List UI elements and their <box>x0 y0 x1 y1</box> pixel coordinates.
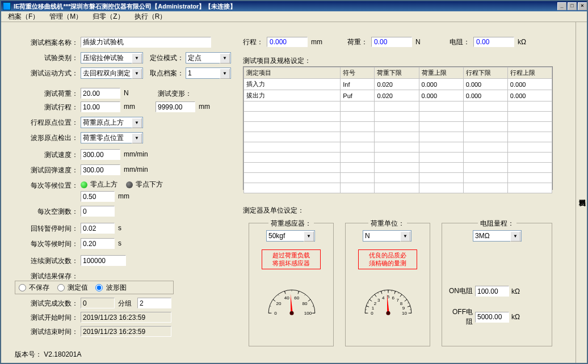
wait-unit: s <box>118 239 121 247</box>
origin-select[interactable]: 荷重原点上方 <box>81 117 143 128</box>
waitpos-opt-a[interactable]: 零点上方 <box>81 180 117 189</box>
on-resist-input[interactable] <box>475 286 509 297</box>
pos-mode-label: 定位模式： <box>148 53 184 63</box>
travel-label: 测试行程： <box>28 103 78 112</box>
svg-point-69 <box>386 311 390 315</box>
off-resist-unit: kΩ <box>511 313 520 321</box>
deform-input[interactable] <box>156 101 195 112</box>
meter-title: 测定器及单位设定： <box>243 206 304 215</box>
svg-line-19 <box>304 294 305 295</box>
maximize-button[interactable]: □ <box>568 2 577 10</box>
points-select[interactable]: 1 <box>186 67 231 79</box>
on-resist-unit: kΩ <box>511 287 520 295</box>
svg-text:10: 10 <box>402 311 407 316</box>
menubar: 档案（F） 管理（M） 归零（Z） 执行（R） <box>1 11 587 22</box>
svg-text:40: 40 <box>284 295 289 300</box>
profile-name-input[interactable] <box>81 37 211 48</box>
deform-label: 测试变形： <box>156 89 192 99</box>
group-label: 分组 <box>118 299 138 308</box>
waitpos-opt-b[interactable]: 零点下方 <box>126 180 163 189</box>
waitpos-label: 每次等候位置： <box>15 181 78 191</box>
svg-line-62 <box>404 297 405 298</box>
main-panel: 测试档案名称： 试验类别： 压缩拉伸试验 定位模式： 定点 测试运动方式： 去回… <box>1 22 576 363</box>
speed-unit: mm/min <box>124 150 148 158</box>
wait-input[interactable] <box>81 238 115 249</box>
unit-gauge: 012345678910 <box>357 278 419 323</box>
spec-table[interactable]: 测定项目符号荷重下限荷重上限行程下限行程上限插入力Inf0.0200.0000.… <box>243 66 553 190</box>
status-resist: 电阻： 0.00 kΩ <box>450 37 526 47</box>
status-travel: 行程： 0.000 mm <box>243 37 322 47</box>
empty-input[interactable] <box>81 206 115 217</box>
minimize-button[interactable]: _ <box>557 2 566 10</box>
test-type-label: 试验类别： <box>28 53 78 63</box>
client-area: 测试档案名称： 试验类别： 压缩拉伸试验 定位模式： 定点 测试运动方式： 去回… <box>1 22 587 363</box>
menu-reset[interactable]: 归零（Z） <box>88 11 128 22</box>
svg-text:4: 4 <box>382 295 385 300</box>
unit-select[interactable]: N <box>363 230 411 242</box>
svg-marker-23 <box>291 294 293 314</box>
close-button[interactable]: × <box>578 2 587 10</box>
result-opt-wave[interactable]: 波形图 <box>95 283 126 291</box>
origin-label: 行程原点位置： <box>15 118 78 128</box>
wave-select[interactable]: 荷重零点位置 <box>81 132 143 143</box>
waitpos-unit: mm <box>118 192 129 200</box>
svg-text:6: 6 <box>392 295 395 300</box>
menu-run[interactable]: 执行（R） <box>130 11 171 22</box>
speed-input[interactable] <box>81 149 120 160</box>
svg-text:3: 3 <box>377 298 380 303</box>
dot-green-icon <box>81 181 87 188</box>
svg-line-54 <box>377 293 378 294</box>
group-input[interactable] <box>137 298 171 308</box>
wave-label: 波形原点检出： <box>15 133 78 143</box>
done-input <box>81 298 115 308</box>
load-input[interactable] <box>81 88 120 99</box>
svg-text:0: 0 <box>371 311 373 316</box>
sensor-caption: 荷重感应器： <box>268 219 314 228</box>
waitpos-input[interactable] <box>81 191 115 202</box>
points-label: 取点档案： <box>148 69 184 78</box>
dot-dark-icon <box>126 181 133 188</box>
status-load: 荷重： 0.00 N <box>347 37 421 47</box>
rebound-unit: mm/min <box>124 166 148 173</box>
menu-manage[interactable]: 管理（M） <box>45 11 87 22</box>
start-input <box>81 312 171 323</box>
sensor-select[interactable]: 50kgf <box>266 230 315 242</box>
result-opt-value[interactable]: 测定值 <box>57 283 88 291</box>
svg-line-50 <box>368 303 369 303</box>
menu-file[interactable]: 档案（F） <box>3 11 44 22</box>
off-resist-input[interactable] <box>475 312 509 323</box>
svg-line-60 <box>398 293 398 294</box>
svg-text:7: 7 <box>396 298 399 303</box>
pos-mode-select[interactable]: 定点 <box>186 52 231 64</box>
travel-input[interactable] <box>81 101 120 112</box>
titlebar: IE荷重位移曲线机***深圳市磐石测控仪器有限公司【Administrator】… <box>1 1 587 11</box>
result-label: 测试结果保存： <box>15 272 78 281</box>
pause-label: 回转暂停时间： <box>15 224 78 234</box>
sidebar-tab[interactable]: 测试资料档 <box>576 22 587 363</box>
end-input <box>81 326 171 337</box>
result-opt-none[interactable]: 不保存 <box>19 283 49 291</box>
test-type-select[interactable]: 压缩拉伸试验 <box>81 52 143 64</box>
pause-input[interactable] <box>81 223 115 234</box>
resist-select[interactable]: 3MΩ <box>473 230 522 242</box>
sensor-box: 荷重感应器： 50kgf 超过荷重负载将损坏感应器 020406080100 <box>249 223 334 346</box>
start-label: 测试开始时间： <box>15 313 78 323</box>
motion-select[interactable]: 去回程双向测定 <box>81 67 143 79</box>
unit-warning: 优良的品质必须精确的量测 <box>358 249 417 269</box>
svg-point-24 <box>289 311 293 315</box>
empty-label: 每次空测数： <box>22 207 78 217</box>
unit-box: 荷重单位： N 优良的品质必须精确的量测 012345678910 <box>345 223 430 346</box>
cont-label: 连续测试次数： <box>15 256 78 266</box>
cont-input[interactable] <box>81 255 126 266</box>
done-label: 测试完成次数： <box>15 299 78 308</box>
rebound-input[interactable] <box>81 164 120 175</box>
app-window: IE荷重位移曲线机***深圳市磐石测控仪器有限公司【Administrator】… <box>0 0 588 364</box>
deform-unit: mm <box>199 103 210 111</box>
svg-line-64 <box>408 303 409 303</box>
off-resist-row: OFF电阻 kΩ <box>449 307 520 327</box>
svg-text:100: 100 <box>304 311 312 316</box>
svg-line-52 <box>372 297 373 298</box>
end-label: 测试结束时间： <box>15 327 78 337</box>
svg-text:80: 80 <box>303 301 308 306</box>
window-title: IE荷重位移曲线机***深圳市磐石测控仪器有限公司【Administrator】… <box>12 2 556 11</box>
